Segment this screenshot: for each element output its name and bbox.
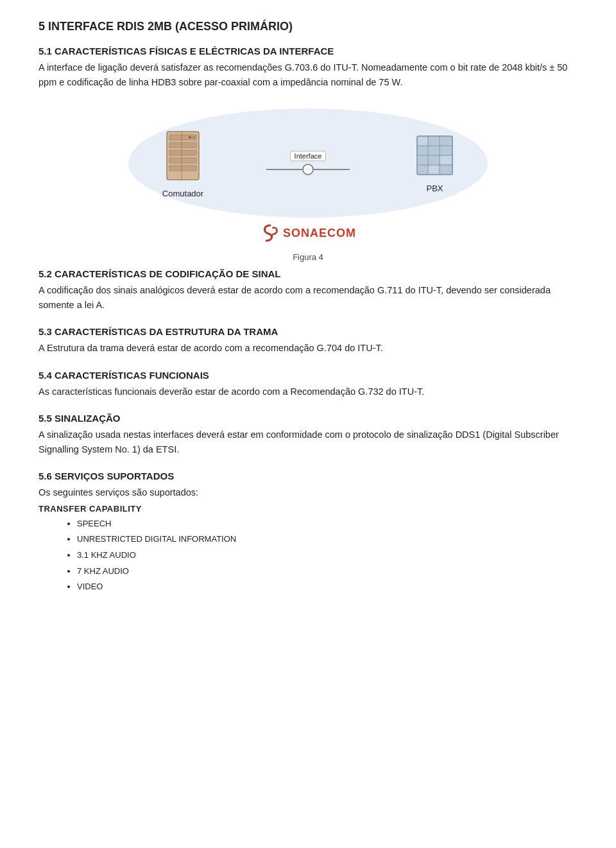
comutador-label: Comutador [162,189,203,198]
section-5-6: 5.6 SERVIÇOS SUPORTADOS Os seguintes ser… [38,471,578,595]
page-title: 5 INTERFACE RDIS 2MB (ACESSO PRIMÁRIO) [38,19,578,34]
section-5-1: 5.1 CARACTERÍSTICAS FÍSICAS E ELÉCTRICAS… [38,46,578,89]
comutador-icon [160,128,205,186]
section-5-2: 5.2 CARACTERÍSTICAS DE CODIFICAÇÃO DE SI… [38,268,578,312]
section-5-4: 5.4 CARACTERÍSTICAS FUNCIONAIS As caract… [38,370,578,399]
pbx-device: PBX [414,133,456,193]
section-5-5-heading: 5.5 SINALIZAÇÃO [38,413,578,424]
list-item: VIDEO [77,579,578,595]
section-5-5-text: A sinalização usada nestas interfaces de… [38,428,578,456]
svg-rect-16 [440,156,452,164]
list-item: 3.1 KHZ AUDIO [77,548,578,564]
svg-rect-15 [418,137,427,145]
section-5-6-heading: 5.6 SERVIÇOS SUPORTADOS [38,471,578,481]
svg-rect-5 [169,166,196,171]
section-5-4-heading: 5.4 CARACTERÍSTICAS FUNCIONAIS [38,370,578,381]
section-5-5: 5.5 SINALIZAÇÃO A sinalização usada nest… [38,413,578,456]
transfer-capability-list: SPEECH UNRESTRICTED DIGITAL INFORMATION … [38,516,578,595]
list-item: UNRESTRICTED DIGITAL INFORMATION [77,532,578,548]
diagram-oval: Comutador Interface [128,108,488,218]
svg-rect-6 [181,132,182,180]
svg-rect-4 [169,158,196,163]
section-5-1-text: A interface de ligação deverá satisfazer… [38,60,578,89]
section-5-3-heading: 5.3 CARACTERÍSTICAS DA ESTRUTURA DA TRAM… [38,326,578,337]
list-item: 7 KHZ AUDIO [77,564,578,580]
section-5-4-text: As características funcionais deverão es… [38,385,578,399]
sonaecom-text: SONAECOM [283,227,356,240]
svg-rect-17 [429,166,439,174]
list-item: SPEECH [77,516,578,532]
interface-label: Interface [290,151,327,161]
pbx-label: PBX [426,184,443,193]
svg-rect-2 [169,143,196,148]
svg-point-8 [189,136,191,139]
sonaecom-logo-area: SONAECOM [260,223,356,243]
svg-rect-3 [169,150,196,155]
section-5-1-heading: 5.1 CARACTERÍSTICAS FÍSICAS E ELÉCTRICAS… [38,46,578,56]
comutador-device: Comutador [160,128,205,198]
svg-point-7 [193,136,195,139]
section-5-3-text: A Estrutura da trama deverá estar de aco… [38,341,578,355]
diagram-container: Comutador Interface [38,108,578,262]
section-5-3: 5.3 CARACTERÍSTICAS DA ESTRUTURA DA TRAM… [38,326,578,355]
diagram-connection: Interface [266,151,350,175]
section-5-2-text: A codificação dos sinais analógicos deve… [38,283,578,312]
sonaecom-logo-icon [260,223,280,243]
figura-label: Figura 4 [293,252,323,262]
svg-rect-1 [169,135,196,140]
transfer-capability-label: TRANSFER CAPABILITY [38,504,578,514]
section-5-6-text: Os seguintes serviços são suportados: [38,485,578,499]
pbx-icon [414,133,456,181]
section-5-2-heading: 5.2 CARACTERÍSTICAS DE CODIFICAÇÃO DE SI… [38,268,578,279]
